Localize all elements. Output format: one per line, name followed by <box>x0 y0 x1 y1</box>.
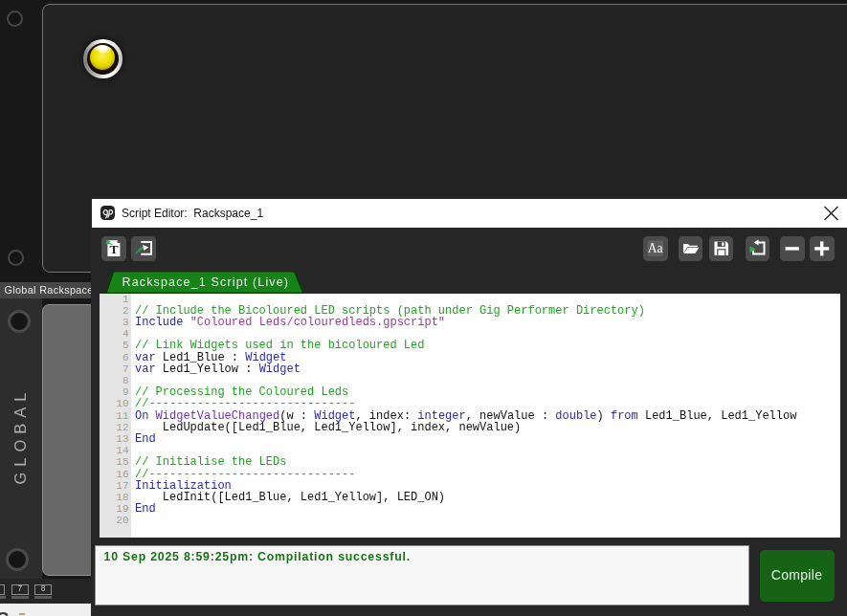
svg-text:Aa: Aa <box>648 241 663 255</box>
